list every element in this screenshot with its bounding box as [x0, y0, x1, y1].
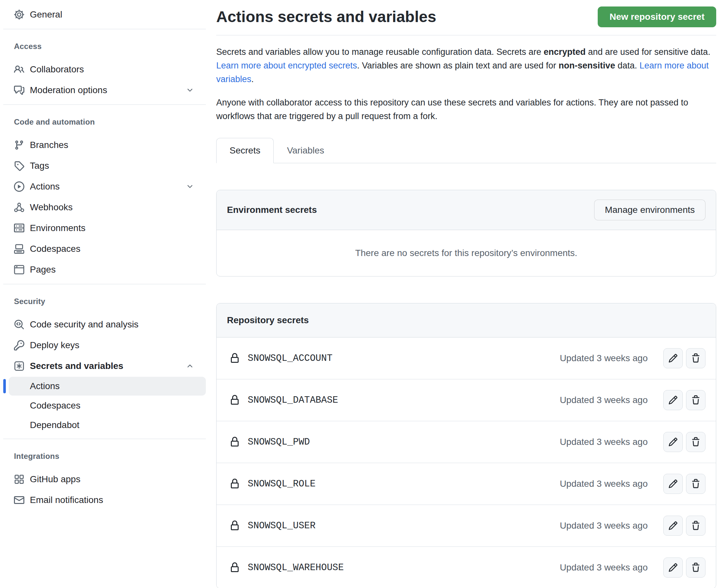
sidebar-section-security: Security	[0, 292, 208, 311]
sidebar-item-label: Branches	[30, 140, 68, 150]
pencil-icon	[668, 353, 678, 363]
pencil-icon	[668, 563, 678, 572]
secret-row: SNOWSQL_USER Updated 3 weeks ago	[216, 505, 716, 546]
main-content: Actions secrets and variables New reposi…	[216, 0, 716, 588]
mail-icon	[14, 495, 24, 505]
sidebar-item-email-notifications[interactable]: Email notifications	[0, 490, 208, 510]
secret-name: SNOWSQL_WAREHOUSE	[248, 562, 344, 573]
selected-item-accent-bar	[3, 379, 6, 393]
browser-icon	[14, 265, 24, 275]
edit-secret-button[interactable]	[663, 516, 683, 536]
delete-secret-button[interactable]	[686, 558, 705, 578]
sidebar-subitem-codespaces[interactable]: Codespaces	[0, 396, 208, 415]
sidebar-item-actions[interactable]: Actions	[0, 176, 208, 197]
sidebar-item-environments[interactable]: Environments	[0, 218, 208, 238]
sidebar-item-label: Collaborators	[30, 64, 84, 75]
sidebar-item-general[interactable]: General	[0, 4, 208, 25]
comment-discussion-icon	[14, 85, 24, 96]
sidebar-divider	[3, 439, 206, 439]
edit-secret-button[interactable]	[663, 558, 683, 578]
sidebar-subitem-actions[interactable]: Actions	[0, 376, 208, 396]
tab-variables[interactable]: Variables	[274, 138, 338, 163]
play-icon	[14, 182, 24, 192]
emphasized-text: non-sensitive	[559, 61, 615, 70]
sidebar-divider	[3, 104, 206, 105]
new-repository-secret-button[interactable]: New repository secret	[598, 6, 716, 27]
trash-icon	[691, 563, 701, 572]
pencil-icon	[668, 479, 678, 489]
sidebar-divider	[3, 284, 206, 284]
delete-secret-button[interactable]	[686, 348, 705, 368]
secret-updated: Updated 3 weeks ago	[560, 521, 648, 531]
learn-more-link[interactable]: Learn more about encrypted secrets	[216, 61, 357, 70]
pencil-icon	[668, 395, 678, 405]
sidebar-section-code-and-automation: Code and automation	[0, 113, 208, 131]
secret-row: SNOWSQL_ACCOUNT Updated 3 weeks ago	[216, 337, 716, 379]
secret-updated: Updated 3 weeks ago	[560, 353, 648, 363]
sidebar-item-label: Secrets and variables	[30, 361, 123, 371]
sidebar-item-label: Tags	[30, 161, 49, 171]
chevron-down-icon	[186, 183, 194, 190]
secret-row: SNOWSQL_WAREHOUSE Updated 3 weeks ago	[216, 546, 716, 588]
manage-environments-button[interactable]: Manage environments	[594, 200, 705, 220]
sidebar-subitem-label: Codespaces	[30, 400, 81, 411]
sidebar-item-label: Email notifications	[30, 495, 103, 505]
sidebar-item-github-apps[interactable]: GitHub apps	[0, 469, 208, 490]
secret-name: SNOWSQL_USER	[248, 521, 315, 531]
sidebar-subitem-dependabot[interactable]: Dependabot	[0, 415, 208, 435]
delete-secret-button[interactable]	[686, 432, 705, 452]
trash-icon	[691, 479, 701, 489]
secret-updated: Updated 3 weeks ago	[560, 562, 648, 573]
sidebar-item-deploy-keys[interactable]: Deploy keys	[0, 335, 208, 356]
lock-icon	[230, 353, 240, 363]
sidebar-item-secrets-and-variables[interactable]: Secrets and variables	[0, 356, 208, 376]
trash-icon	[691, 395, 701, 405]
sidebar-item-tags[interactable]: Tags	[0, 155, 208, 176]
people-icon	[14, 64, 24, 75]
lock-icon	[230, 479, 240, 489]
sidebar-item-pages[interactable]: Pages	[0, 259, 208, 280]
environment-secrets-header: Environment secrets Manage environments	[216, 190, 716, 230]
pencil-icon	[668, 437, 678, 447]
edit-secret-button[interactable]	[663, 432, 683, 452]
secret-updated: Updated 3 weeks ago	[560, 437, 648, 447]
empty-environment-secrets-message: There are no secrets for this repository…	[216, 230, 716, 276]
sidebar-item-code-security-and-analysis[interactable]: Code security and analysis	[0, 314, 208, 335]
delete-secret-button[interactable]	[686, 390, 705, 410]
trash-icon	[691, 437, 701, 447]
sidebar-item-label: GitHub apps	[30, 474, 81, 484]
asterisk-box-icon	[14, 361, 24, 371]
edit-secret-button[interactable]	[663, 474, 683, 494]
intro-paragraph-1: Secrets and variables allow you to manag…	[216, 45, 716, 86]
chevron-down-icon	[186, 86, 194, 94]
lock-icon	[230, 521, 240, 531]
secret-updated: Updated 3 weeks ago	[560, 395, 648, 405]
sidebar-section-access: Access	[0, 37, 208, 56]
lock-icon	[230, 395, 240, 405]
delete-secret-button[interactable]	[686, 474, 705, 494]
sidebar-item-codespaces[interactable]: Codespaces	[0, 238, 208, 259]
sidebar-item-branches[interactable]: Branches	[0, 135, 208, 155]
sidebar-item-moderation-options[interactable]: Moderation options	[0, 80, 208, 101]
tab-secrets[interactable]: Secrets	[216, 138, 274, 163]
page-header: Actions secrets and variables New reposi…	[216, 0, 716, 35]
webhook-icon	[14, 202, 24, 213]
page-title: Actions secrets and variables	[216, 7, 436, 27]
gear-icon	[14, 9, 24, 20]
apps-grid-icon	[14, 474, 24, 484]
edit-secret-button[interactable]	[663, 348, 683, 368]
trash-icon	[691, 353, 701, 363]
edit-secret-button[interactable]	[663, 390, 683, 410]
trash-icon	[691, 521, 701, 530]
key-icon	[14, 340, 24, 351]
sidebar-item-label: Code security and analysis	[30, 319, 139, 330]
environment-secrets-title: Environment secrets	[227, 204, 317, 216]
tag-icon	[14, 161, 24, 171]
secret-updated: Updated 3 weeks ago	[560, 479, 648, 489]
sidebar-item-label: Environments	[30, 223, 85, 233]
sidebar-item-collaborators[interactable]: Collaborators	[0, 59, 208, 80]
delete-secret-button[interactable]	[686, 516, 705, 536]
emphasized-text: encrypted	[544, 47, 586, 57]
sidebar-item-webhooks[interactable]: Webhooks	[0, 197, 208, 218]
server-icon	[14, 223, 24, 233]
